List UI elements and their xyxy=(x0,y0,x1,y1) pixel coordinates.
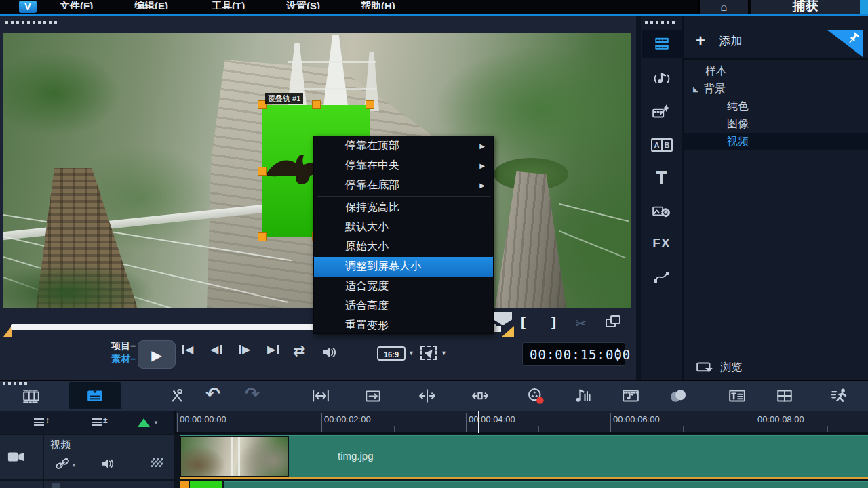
menu-help[interactable]: 帮助(H) xyxy=(361,0,395,9)
project-mode-text: 项目 xyxy=(111,340,130,351)
tab-motion-path[interactable] xyxy=(642,262,682,290)
ruler-label: 00:00:04:00 xyxy=(469,414,515,424)
tree-expanded-icon[interactable]: ◣ xyxy=(693,85,698,93)
menu-file[interactable]: 文件(F) xyxy=(60,0,93,9)
split-screen-template-icon[interactable] xyxy=(774,387,795,405)
menu-item-original-size[interactable]: 原始大小 xyxy=(314,237,493,257)
track-mute-icon[interactable] xyxy=(99,456,117,471)
mark-in-button[interactable]: [ xyxy=(521,314,526,330)
timecode-spin-down-icon[interactable]: ▼ xyxy=(614,355,621,363)
timeline-clip[interactable]: timg.jpg xyxy=(180,435,868,477)
library-item-background[interactable]: ◣ 背景 xyxy=(683,80,868,98)
aspect-ratio-button[interactable]: 16:9 xyxy=(377,346,406,361)
redo-button[interactable]: ↷ xyxy=(245,384,260,405)
library-item-image[interactable]: 图像 xyxy=(683,115,868,133)
menu-item-default-size[interactable]: 默认大小 xyxy=(314,218,493,237)
timecode-spin-up-icon[interactable]: ▲ xyxy=(614,346,621,353)
sound-clip-icon[interactable] xyxy=(620,387,641,405)
go-end-button[interactable]: ▶ xyxy=(267,345,279,354)
timecode-display[interactable]: 00:00:15:000 ▲ ▼ xyxy=(522,342,625,366)
menu-item-keep-aspect[interactable]: 保持宽高比 xyxy=(314,198,493,218)
select-mode-dropdown-icon[interactable]: ▼ xyxy=(441,350,447,357)
menu-bar: V 文件(F) 编辑(E) 工具(T) 设置(S) 帮助(H) ⌂ 捕获 xyxy=(0,0,868,14)
timeline-view-button[interactable] xyxy=(69,382,121,409)
tab-audio[interactable] xyxy=(642,64,682,92)
project-range-icon[interactable] xyxy=(363,387,383,405)
storyboard-view-icon[interactable] xyxy=(21,387,41,405)
track-manager-button[interactable]: ↕ xyxy=(34,417,52,428)
scrubber-wedge[interactable] xyxy=(502,326,514,337)
menu-item-dock-top[interactable]: 停靠在顶部▶ xyxy=(314,136,493,156)
track-transparency-icon[interactable] xyxy=(151,458,163,467)
trim-clip-icon[interactable] xyxy=(470,387,490,405)
motion-tracking-icon[interactable] xyxy=(830,386,850,405)
tab-overlay-graphics[interactable] xyxy=(642,197,682,225)
tools-icon[interactable] xyxy=(167,387,186,405)
next-frame-button[interactable]: ▶ xyxy=(239,345,250,354)
subtitle-editor-icon[interactable] xyxy=(727,387,747,405)
tab-titles[interactable]: T xyxy=(642,163,682,192)
toolbar-drag-handle[interactable] xyxy=(3,382,27,385)
resize-handle-sw[interactable] xyxy=(258,232,267,241)
snapshot-icon[interactable] xyxy=(606,315,622,329)
menu-item-fit-to-screen[interactable]: 调整到屏幕大小 xyxy=(314,257,493,277)
menu-edit[interactable]: 编辑(E) xyxy=(134,0,168,9)
ripple-edit-button[interactable]: ▼ xyxy=(138,418,161,428)
record-capture-icon[interactable] xyxy=(526,386,546,405)
browse-button[interactable]: 浏览 xyxy=(684,357,868,378)
menu-settings[interactable]: 设置(S) xyxy=(286,0,320,9)
library-item-solid-color[interactable]: 纯色 xyxy=(683,98,868,115)
overlay-clip-trim-handle[interactable] xyxy=(180,481,189,488)
volume-icon[interactable] xyxy=(320,344,339,361)
submenu-arrow-icon: ▶ xyxy=(479,182,485,189)
blend-modes-icon[interactable] xyxy=(668,388,688,404)
play-button[interactable]: ▶ xyxy=(138,340,176,369)
overlay-track-clip[interactable] xyxy=(224,481,868,488)
menu-tools[interactable]: 工具(T) xyxy=(212,0,245,9)
aspect-dropdown-icon[interactable]: ▼ xyxy=(408,350,414,357)
mark-out-button[interactable]: ] xyxy=(551,314,556,330)
resize-handle-w[interactable] xyxy=(258,167,267,176)
menu-item-dock-bottom[interactable]: 停靠在底部▶ xyxy=(314,176,493,195)
resize-handle-n[interactable] xyxy=(312,100,321,109)
add-remove-track-button[interactable]: ± xyxy=(92,417,109,428)
resize-handle-ne[interactable] xyxy=(366,100,374,109)
go-start-button[interactable]: ◀ xyxy=(182,345,193,354)
tab-filters[interactable]: FX xyxy=(642,229,682,258)
split-clip-scissors-icon[interactable]: ✂ xyxy=(575,315,587,331)
add-label: 添加 xyxy=(719,35,742,47)
menu-item-fit-height[interactable]: 适合高度 xyxy=(314,296,493,316)
link-dropdown-icon[interactable]: ▼ xyxy=(71,462,77,468)
link-tracks-icon[interactable] xyxy=(54,457,71,470)
project-mode-label[interactable]: 项目– xyxy=(102,340,136,352)
fit-timeline-icon[interactable] xyxy=(310,387,332,405)
tab-transitions[interactable]: A B xyxy=(642,131,682,160)
capture-tab[interactable]: 捕获 xyxy=(751,0,860,14)
overlay-greenscreen-clip[interactable] xyxy=(190,481,222,488)
prev-frame-button[interactable]: ◀ xyxy=(210,345,222,354)
clip-thumbnail xyxy=(180,436,289,477)
aspect-ratio-value: 16:9 xyxy=(384,350,399,359)
menu-item-dock-center[interactable]: 停靠在中央▶ xyxy=(314,156,493,176)
audio-mixer-icon[interactable] xyxy=(573,386,592,405)
select-mode-button[interactable] xyxy=(420,346,437,360)
menu-item-reset-deform[interactable]: 重置变形 xyxy=(314,316,493,336)
add-folder-button[interactable]: + 添加 xyxy=(696,31,742,50)
loop-button[interactable]: ⇄ xyxy=(293,342,305,360)
library-drag-handle[interactable] xyxy=(645,21,675,24)
home-button[interactable]: ⌂ xyxy=(698,0,749,14)
overlay-graphics-icon xyxy=(652,202,671,220)
pillar-cable xyxy=(559,230,626,258)
preview-drag-handle[interactable] xyxy=(5,21,58,24)
library-item-video[interactable]: 视频 xyxy=(683,133,868,150)
ruler-label: 00:00:06:00 xyxy=(613,414,660,424)
menu-item-fit-width[interactable]: 适合宽度 xyxy=(314,277,493,296)
library-item-samples[interactable]: 样本 xyxy=(683,62,868,80)
scrubber-head[interactable] xyxy=(494,312,512,325)
tab-instant-project[interactable] xyxy=(642,98,682,126)
timeline-playhead[interactable] xyxy=(478,411,479,433)
clip-mode-label[interactable]: 素材– xyxy=(102,353,136,365)
split-clip-icon[interactable] xyxy=(417,387,437,405)
undo-button[interactable]: ↶ xyxy=(205,384,220,405)
tab-media-library[interactable] xyxy=(642,30,682,58)
